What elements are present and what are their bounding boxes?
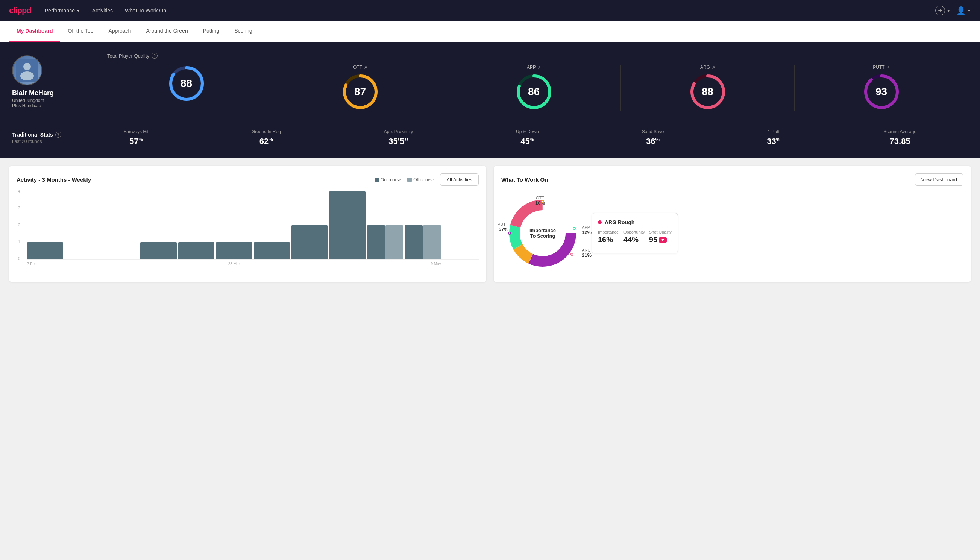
player-handicap: Plus Handicap xyxy=(12,103,41,108)
score-card-app: APP ↗ 86 xyxy=(447,65,621,110)
stat-sand-save: Sand Save 36% xyxy=(642,129,664,146)
stat-up-and-down: Up & Down 45% xyxy=(516,129,539,146)
stat-label: Fairways Hit xyxy=(124,129,148,134)
nav-right: + ▼ 👤 ▼ xyxy=(935,6,971,15)
ring-putt: 93 xyxy=(863,73,900,110)
help-icon[interactable]: ? xyxy=(55,132,61,138)
stat-scoring-average: Scoring Average 73.85 xyxy=(883,129,917,146)
stat-value: 73.85 xyxy=(890,137,910,146)
stat-value: 45% xyxy=(521,137,534,146)
trad-stats-label: Traditional Stats ? Last 20 rounds xyxy=(12,132,72,144)
stat-value: 36% xyxy=(646,137,660,146)
help-icon[interactable]: ? xyxy=(151,53,158,59)
score-card-putt: PUTT ↗ 93 xyxy=(795,65,968,110)
metric-opportunity: Opportunity 44% xyxy=(624,230,646,244)
putt-value: 93 xyxy=(875,86,887,98)
stat-items: Fairways Hit 57% Greens In Reg 62% App. … xyxy=(72,129,968,146)
x-label-may: 9 May xyxy=(404,262,441,266)
player-country: United Kingdom xyxy=(12,98,44,103)
nav-activities[interactable]: Activities xyxy=(91,0,114,21)
ring-arg: 88 xyxy=(689,73,727,110)
add-button[interactable]: + ▼ xyxy=(935,6,950,15)
svg-point-2 xyxy=(20,72,34,80)
trend-up-icon: ↗ xyxy=(364,65,367,70)
all-activities-button[interactable]: All Activities xyxy=(440,173,479,186)
tab-approach[interactable]: Approach xyxy=(101,21,138,42)
ott-value: 87 xyxy=(354,86,366,98)
tab-my-dashboard[interactable]: My Dashboard xyxy=(9,21,60,42)
trad-stats-subtitle: Last 20 rounds xyxy=(12,139,72,144)
dot-indicator xyxy=(598,220,602,224)
arg-value: 88 xyxy=(702,86,714,98)
stat-label: Greens In Reg xyxy=(251,129,281,134)
x-label-feb: 7 Feb xyxy=(27,262,63,266)
activity-card: Activity - 3 Months - Weekly On course O… xyxy=(9,166,486,282)
trend-up-icon: ↗ xyxy=(537,65,541,70)
ring-tpq: 88 xyxy=(168,65,205,102)
nav-performance[interactable]: Performance ▼ xyxy=(43,0,82,21)
tpq-value: 88 xyxy=(181,77,192,90)
top-navigation: clippd Performance ▼ Activities What To … xyxy=(0,0,980,21)
on-course-dot xyxy=(374,178,379,182)
activity-card-title: Activity - 3 Months - Weekly xyxy=(17,177,91,183)
chevron-down-icon: ▼ xyxy=(967,8,971,13)
ott-label: OTT ↗ xyxy=(353,65,367,70)
score-card-arg: ARG ↗ 88 xyxy=(621,65,795,110)
tab-scoring[interactable]: Scoring xyxy=(227,21,260,42)
nav-what-to-work-on[interactable]: What To Work On xyxy=(123,0,168,21)
stat-label: Up & Down xyxy=(516,129,539,134)
logo[interactable]: clippd xyxy=(9,6,31,15)
metric-shot-quality: Shot Quality 95 ▼ xyxy=(649,230,672,244)
what-to-work-on-card: What To Work On View Dashboard Importanc… xyxy=(494,166,971,282)
putt-label: PUTT ↗ xyxy=(873,65,889,70)
stat-label: Scoring Average xyxy=(883,129,917,134)
stat-value: 33% xyxy=(767,137,780,146)
app-value: 86 xyxy=(528,86,540,98)
tab-around-the-green[interactable]: Around the Green xyxy=(138,21,195,42)
x-label-mar: 28 Mar xyxy=(216,262,252,266)
score-card-ott: OTT ↗ 87 xyxy=(273,65,447,110)
stat-fairways-hit: Fairways Hit 57% xyxy=(124,129,148,146)
user-menu[interactable]: 👤 ▼ xyxy=(956,6,971,15)
stat-label: Sand Save xyxy=(642,129,664,134)
stat-greens-in-reg: Greens In Reg 62% xyxy=(251,129,281,146)
stat-value: 57% xyxy=(129,137,143,146)
avatar xyxy=(12,55,42,85)
detail-card-title: ARG Rough xyxy=(598,219,672,225)
app-label: APP ↗ xyxy=(527,65,541,70)
player-info: Blair McHarg United Kingdom Plus Handica… xyxy=(12,55,95,108)
arg-label: ARG ↗ xyxy=(700,65,715,70)
user-icon: 👤 xyxy=(956,6,966,15)
chevron-down-icon: ▼ xyxy=(77,8,80,13)
trend-up-icon: ↗ xyxy=(886,65,890,70)
wtwo-card-title: What To Work On xyxy=(501,177,548,183)
detail-info-card: ARG Rough Importance 16% Opportunity 44%… xyxy=(592,213,678,253)
app-donut-label: APP 12% xyxy=(582,225,592,235)
scores-section: Total Player Quality ? 88 xyxy=(95,53,968,110)
trend-up-icon: ↗ xyxy=(712,65,715,70)
wtwo-card-header: What To Work On View Dashboard xyxy=(501,173,963,186)
ring-app: 86 xyxy=(515,73,553,110)
off-course-dot xyxy=(407,178,412,182)
tabs-bar: My Dashboard Off the Tee Approach Around… xyxy=(0,21,980,42)
svg-point-1 xyxy=(23,63,31,70)
info-metrics: Importance 16% Opportunity 44% Shot Qual… xyxy=(598,230,672,244)
view-dashboard-button[interactable]: View Dashboard xyxy=(915,173,963,186)
player-name: Blair McHarg xyxy=(12,89,54,97)
trend-badge: ▼ xyxy=(659,237,667,243)
wtwo-content: Importance To Scoring PUTT 57% OTT 10% A… xyxy=(501,192,963,275)
total-quality-label: Total Player Quality ? xyxy=(107,53,968,59)
tab-putting[interactable]: Putting xyxy=(196,21,227,42)
hero-section: Blair McHarg United Kingdom Plus Handica… xyxy=(0,42,980,158)
metric-importance: Importance 16% xyxy=(598,230,621,244)
stat-label: 1 Putt xyxy=(768,129,780,134)
stat-value: 35'5" xyxy=(388,137,408,146)
stat-app-proximity: App. Proximity 35'5" xyxy=(384,129,413,146)
logo-text: clippd xyxy=(9,6,31,15)
bottom-section: Activity - 3 Months - Weekly On course O… xyxy=(0,158,980,290)
nav-links: Performance ▼ Activities What To Work On xyxy=(43,0,923,21)
tab-off-the-tee[interactable]: Off the Tee xyxy=(60,21,101,42)
legend-off-course: Off course xyxy=(407,177,434,182)
ring-ott: 87 xyxy=(341,73,379,110)
hero-top: Blair McHarg United Kingdom Plus Handica… xyxy=(12,53,968,110)
